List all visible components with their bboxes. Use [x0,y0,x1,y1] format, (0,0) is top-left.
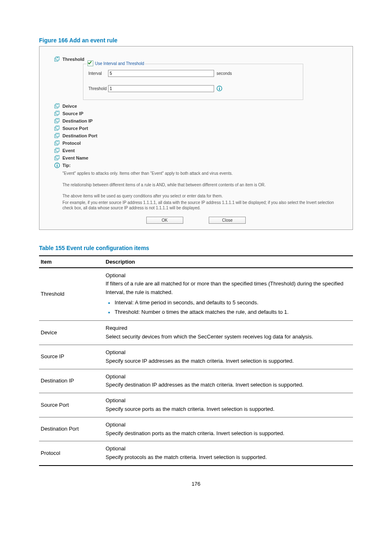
description-line: Optional [106,396,351,405]
figure-title: Figure 166 Add an event rule [39,37,353,44]
destination-ip-label: Destination IP [62,118,92,123]
svg-rect-12 [56,126,59,129]
expand-icon [54,111,60,116]
svg-rect-14 [56,133,59,137]
svg-rect-18 [56,148,59,151]
description-line: Optional [106,445,351,453]
item-cell: Destination IP [39,369,104,393]
tip-label: Tip: [62,163,71,168]
description-cell: OptionalSpecify destination IP addresses… [104,369,353,393]
use-interval-checkbox[interactable] [88,60,93,66]
expand-icon [54,140,60,146]
svg-rect-6 [56,104,59,107]
description-line: Specify source IP addresses as the match… [106,357,351,366]
tip-text: The relationship between different items… [62,182,338,188]
svg-rect-23 [57,165,58,167]
close-button[interactable]: Close [209,217,246,224]
description-cell: OptionalIf filters of a rule are all mat… [104,268,353,321]
description-line: Select security devices from which the S… [106,333,351,341]
tip-text: "Event" applies to attacks only. Items o… [62,171,338,176]
item-cell: Protocol [39,441,104,466]
info-icon [54,162,60,168]
section-source-ip[interactable]: Source IP [54,111,338,116]
section-event[interactable]: Event [54,148,338,153]
description-cell: OptionalSpecify destination ports as the… [104,417,353,441]
expand-icon [54,118,60,124]
device-label: Deivce [62,104,77,109]
section-event-name[interactable]: Event Name [54,155,338,161]
expand-icon [54,56,60,62]
expand-icon [54,103,60,109]
svg-rect-4 [219,88,220,90]
bullet-list: Interval: A time period in seconds, and … [106,299,351,317]
description-line: Required [106,324,351,333]
tip-text: For example, if you enter source IP addr… [62,200,338,211]
interval-label: Interval [88,71,108,76]
expand-icon [54,133,60,139]
table-title: Table 155 Event rule configuration items [39,245,353,251]
expand-icon [54,125,60,131]
source-ip-label: Source IP [62,111,83,116]
svg-rect-8 [56,111,59,114]
destination-port-label: Destination Port [62,133,97,138]
description-line: Specify protocols as the match criteria.… [106,453,351,462]
table-row: Source PortOptionalSpecify source ports … [39,393,353,417]
event-label: Event [62,148,75,153]
svg-point-22 [57,164,58,165]
use-interval-label: Use Interval and Threshold [95,61,144,66]
svg-rect-20 [56,155,59,159]
section-destination-port[interactable]: Destination Port [54,133,338,139]
table-row: ProtocolOptionalSpecify protocols as the… [39,441,353,466]
list-item: Interval: A time period in seconds, and … [106,299,351,307]
table-row: DeviceRequiredSelect security devices fr… [39,321,353,345]
config-table: Item Description ThresholdOptionalIf fil… [39,255,353,466]
svg-rect-16 [56,141,59,144]
description-line: Specify destination ports as the match c… [106,429,351,438]
threshold-input[interactable] [108,85,214,92]
description-line: Specify destination IP addresses as the … [106,381,351,389]
expand-icon [54,155,60,161]
item-cell: Device [39,321,104,345]
protocol-label: Protocol [62,141,81,146]
table-row: Destination IPOptionalSpecify destinatio… [39,369,353,393]
description-line: Optional [106,421,351,429]
description-line: Optional [106,348,351,357]
list-item: Threshold: Number o times the attack mat… [106,308,351,317]
section-destination-ip[interactable]: Destination IP [54,118,338,124]
event-name-label: Event Name [62,155,88,160]
figure-box: Threshold Use Interval and Threshold Int… [39,46,353,230]
description-line: Optional [106,373,351,381]
info-icon[interactable] [217,86,222,92]
svg-point-3 [219,87,220,88]
section-source-port[interactable]: Source Port [54,125,338,131]
column-header-description: Description [104,256,353,268]
description-line: If filters of a rule are all matched for… [106,280,351,297]
item-cell: Destination Port [39,417,104,441]
description-line: Specify source ports as the match criter… [106,405,351,414]
description-cell: RequiredSelect security devices from whi… [104,321,353,345]
item-cell: Source Port [39,393,104,417]
table-row: ThresholdOptionalIf filters of a rule ar… [39,268,353,321]
table-row: Source IPOptionalSpecify source IP addre… [39,345,353,369]
item-cell: Source IP [39,345,104,369]
description-cell: OptionalSpecify protocols as the match c… [104,441,353,466]
column-header-item: Item [39,256,104,268]
expand-icon [54,148,60,153]
tip-text: The above items will be used as query co… [62,193,338,199]
threshold-field-label: Threshold [88,86,108,91]
section-protocol[interactable]: Protocol [54,140,338,146]
section-device[interactable]: Deivce [54,103,338,109]
tip-block: "Event" applies to attacks only. Items o… [62,171,338,211]
page-number: 176 [39,481,353,487]
description-cell: OptionalSpecify source ports as the matc… [104,393,353,417]
description-line: Optional [106,271,351,280]
svg-rect-10 [56,118,59,122]
threshold-label: Threshold [62,57,84,62]
item-cell: Threshold [39,268,104,321]
interval-unit: seconds [217,71,232,76]
table-row: Destination PortOptionalSpecify destinat… [39,417,353,441]
interval-threshold-fieldset: Use Interval and Threshold Interval seco… [83,64,303,100]
interval-input[interactable] [108,70,214,77]
tip-row: Tip: [54,162,338,168]
ok-button[interactable]: OK [146,217,183,224]
